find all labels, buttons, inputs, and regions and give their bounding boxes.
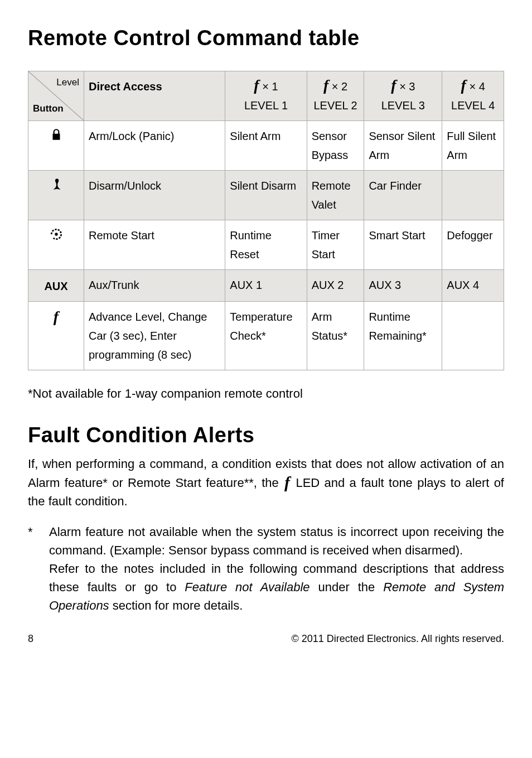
cell: Runtime Reset bbox=[225, 220, 307, 270]
cell: Temperature Check* bbox=[225, 302, 307, 370]
cell: Aux/Trunk bbox=[84, 270, 225, 302]
corner-top-label: Level bbox=[56, 75, 79, 91]
corner-bottom-label: Button bbox=[33, 101, 64, 117]
section-heading: Fault Condition Alerts bbox=[28, 419, 504, 451]
col-level-3: f × 3 LEVEL 3 bbox=[364, 71, 442, 121]
f-icon: f bbox=[323, 76, 328, 94]
page-number: 8 bbox=[28, 631, 33, 646]
cell: Car Finder bbox=[364, 171, 442, 220]
svg-point-1 bbox=[55, 233, 57, 235]
f-icon: f bbox=[254, 76, 259, 94]
cell: Runtime Remaining* bbox=[364, 302, 442, 370]
fault-paragraph: If, when performing a command, a conditi… bbox=[28, 455, 504, 510]
footnote-text: Alarm feature not available when the sys… bbox=[49, 523, 504, 615]
cell: Sensor Silent Arm bbox=[364, 121, 442, 171]
f-icon: f bbox=[284, 474, 290, 491]
cell: Remote Valet bbox=[307, 171, 364, 220]
cell: Arm Status* bbox=[307, 302, 364, 370]
cell: AUX 1 bbox=[225, 270, 307, 302]
table-row: Disarm/Unlock Silent Disarm Remote Valet… bbox=[28, 171, 504, 220]
cell: AUX 4 bbox=[442, 270, 504, 302]
f-icon: f bbox=[28, 302, 84, 370]
page-title: Remote Control Command table bbox=[28, 22, 504, 54]
copyright: © 2011 Directed Electronics. All rights … bbox=[292, 631, 504, 646]
col-level-2: f × 2 LEVEL 2 bbox=[307, 71, 364, 121]
cell: Defogger bbox=[442, 220, 504, 270]
cell bbox=[442, 171, 504, 220]
cell: Smart Start bbox=[364, 220, 442, 270]
cell: Full Silent Arm bbox=[442, 121, 504, 171]
table-row: f Advance Level, Change Car (3 sec), Ent… bbox=[28, 302, 504, 370]
cell: Silent Arm bbox=[225, 121, 307, 171]
unlock-icon bbox=[28, 171, 84, 220]
table-row: AUX Aux/Trunk AUX 1 AUX 2 AUX 3 AUX 4 bbox=[28, 270, 504, 302]
table-corner: Level Button bbox=[28, 71, 84, 121]
command-table: Level Button Direct Access f × 1 LEVEL 1… bbox=[28, 71, 504, 370]
f-icon: f bbox=[461, 76, 466, 94]
footnote-item: * Alarm feature not available when the s… bbox=[28, 523, 504, 615]
cell: Silent Disarm bbox=[225, 171, 307, 220]
cell bbox=[442, 302, 504, 370]
col-direct-access: Direct Access bbox=[84, 71, 225, 121]
page-footer: 8 © 2011 Directed Electronics. All right… bbox=[28, 631, 504, 646]
cell: Sensor Bypass bbox=[307, 121, 364, 171]
remote-start-icon bbox=[28, 220, 84, 270]
cell: Arm/Lock (Panic) bbox=[84, 121, 225, 171]
table-row: Remote Start Runtime Reset Timer Start S… bbox=[28, 220, 504, 270]
cell: AUX 3 bbox=[364, 270, 442, 302]
cell: Timer Start bbox=[307, 220, 364, 270]
cell: Advance Level, Change Car (3 sec), Enter… bbox=[84, 302, 225, 370]
aux-icon: AUX bbox=[28, 270, 84, 302]
table-row: Arm/Lock (Panic) Silent Arm Sensor Bypas… bbox=[28, 121, 504, 171]
cell: Remote Start bbox=[84, 220, 225, 270]
cell: AUX 2 bbox=[307, 270, 364, 302]
f-icon: f bbox=[391, 76, 396, 94]
table-footnote: *Not available for 1-way companion remot… bbox=[28, 384, 504, 403]
lock-icon bbox=[28, 121, 84, 171]
col-level-4: f × 4 LEVEL 4 bbox=[442, 71, 504, 121]
col-level-1: f × 1 LEVEL 1 bbox=[225, 71, 307, 121]
cell: Disarm/Unlock bbox=[84, 171, 225, 220]
footnote-mark: * bbox=[28, 523, 39, 615]
